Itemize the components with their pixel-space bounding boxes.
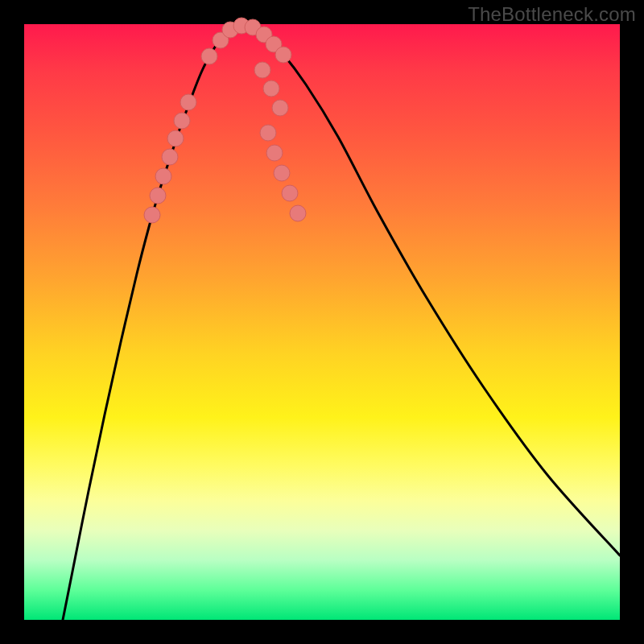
curve-marker xyxy=(282,185,298,201)
bottleneck-curve-path xyxy=(63,26,620,620)
curve-marker xyxy=(272,100,288,116)
curve-marker xyxy=(274,165,290,181)
curve-marker xyxy=(290,205,306,221)
chart-frame: TheBottleneck.com xyxy=(0,0,644,644)
curve-marker xyxy=(155,168,171,184)
curve-marker xyxy=(174,113,190,129)
curve-marker xyxy=(254,62,270,78)
curve-marker xyxy=(266,145,283,161)
plot-area xyxy=(24,24,620,620)
curve-markers xyxy=(144,18,306,223)
curve-marker xyxy=(263,80,279,97)
curve-marker xyxy=(275,47,291,63)
watermark-text: TheBottleneck.com xyxy=(468,3,636,26)
curve-marker xyxy=(201,48,217,64)
curve-marker xyxy=(260,125,276,141)
curve-marker xyxy=(144,207,160,223)
curve-marker xyxy=(162,149,178,165)
curve-marker xyxy=(150,188,166,204)
curve-marker xyxy=(180,94,196,110)
bottleneck-curve-svg xyxy=(24,24,620,620)
curve-marker xyxy=(167,130,184,147)
